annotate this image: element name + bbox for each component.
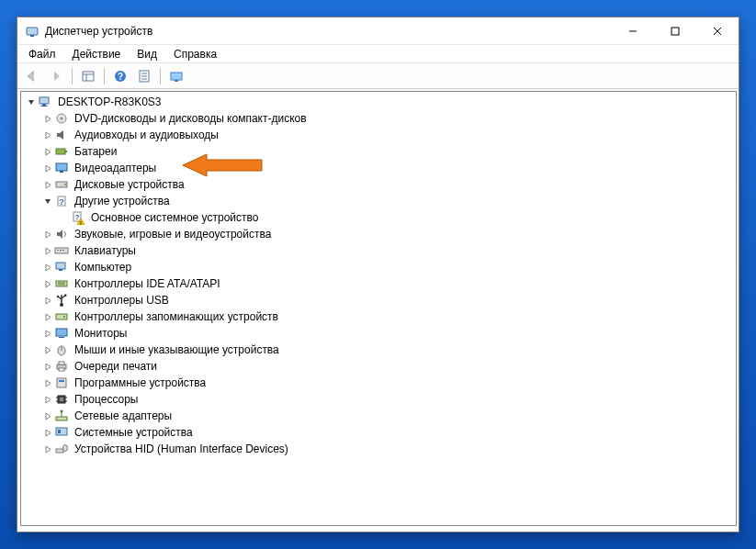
expand-icon[interactable]: [43, 230, 52, 239]
expand-icon[interactable]: [43, 263, 52, 272]
tree-node-label: Сетевые адаптеры: [73, 408, 174, 424]
expand-icon[interactable]: [43, 428, 52, 437]
expand-icon[interactable]: [43, 279, 52, 288]
tree-category-15[interactable]: Программные устройства: [21, 375, 736, 391]
expand-icon[interactable]: [43, 130, 52, 140]
tree-category-17[interactable]: Сетевые адаптеры: [21, 408, 736, 424]
expand-icon[interactable]: [43, 378, 52, 387]
svg-point-27: [64, 184, 66, 185]
tree-category-19[interactable]: Устройства HID (Human Interface Devices): [21, 441, 736, 457]
svg-rect-35: [57, 250, 59, 251]
usb-icon: [54, 293, 69, 308]
tree-category-3[interactable]: Видеоадаптеры: [21, 160, 736, 176]
tree-node-label: Мыши и иные указывающие устройства: [73, 342, 281, 358]
tree-category-12[interactable]: Мониторы: [21, 325, 736, 342]
battery-icon: [54, 144, 69, 159]
menu-view[interactable]: Вид: [130, 47, 164, 62]
cpu-icon: [54, 392, 69, 407]
menu-help[interactable]: Справка: [166, 47, 224, 62]
tree-category-0[interactable]: DVD-дисководы и дисководы компакт-дисков: [21, 110, 736, 127]
device-tree-container[interactable]: DESKTOP-R83K0S3DVD-дисководы и дисководы…: [20, 91, 737, 526]
tree-category-8[interactable]: Компьютер: [21, 259, 736, 275]
svg-rect-0: [27, 28, 38, 35]
expand-icon[interactable]: [43, 362, 52, 371]
toolbar-scan-button[interactable]: [165, 66, 187, 86]
svg-rect-61: [60, 398, 63, 401]
tree-node-label: Компьютер: [73, 259, 133, 275]
svg-text:?: ?: [59, 197, 64, 207]
svg-rect-57: [59, 368, 64, 371]
close-button[interactable]: [696, 17, 739, 44]
toolbar-separator: [104, 68, 105, 84]
svg-rect-69: [56, 428, 67, 435]
svg-rect-18: [42, 104, 46, 106]
tree-category-9[interactable]: Контроллеры IDE ATA/ATAPI: [21, 275, 736, 292]
minimize-button[interactable]: [612, 17, 654, 44]
expand-icon[interactable]: [43, 180, 52, 189]
tree-category-1[interactable]: Аудиовходы и аудиовыходы: [21, 127, 736, 143]
sound-icon: [54, 227, 69, 241]
tree-node-label: Дисковые устройства: [73, 176, 186, 193]
svg-rect-6: [83, 72, 94, 81]
svg-rect-16: [175, 80, 178, 82]
toolbar-help-button[interactable]: ?: [109, 66, 131, 86]
toolbar-properties-button[interactable]: [133, 66, 155, 86]
svg-text:?: ?: [118, 72, 123, 82]
tree-category-11[interactable]: Контроллеры запоминающих устройств: [21, 308, 736, 325]
collapse-icon[interactable]: [27, 97, 36, 106]
expand-icon[interactable]: [43, 114, 52, 123]
tree-node-label: Видеоадаптеры: [73, 160, 158, 176]
svg-rect-66: [56, 417, 67, 420]
tree-category-13[interactable]: Мыши и иные указывающие устройства: [21, 342, 736, 358]
tree-category-7[interactable]: Клавиатуры: [21, 242, 736, 259]
expand-icon[interactable]: [43, 296, 52, 305]
device-tree: DESKTOP-R83K0S3DVD-дисководы и дисководы…: [21, 92, 736, 459]
svg-point-47: [57, 296, 59, 297]
svg-point-72: [63, 445, 68, 452]
tree-category-5[interactable]: ?Другие устройства: [21, 193, 736, 209]
maximize-button[interactable]: [654, 17, 696, 44]
expand-icon[interactable]: [43, 163, 52, 173]
expand-icon[interactable]: [43, 147, 52, 156]
toolbar-show-hidden-button[interactable]: [77, 66, 99, 86]
expand-icon[interactable]: [43, 329, 52, 338]
tree-node-label: Мониторы: [73, 325, 129, 342]
svg-rect-52: [59, 337, 64, 338]
menu-action[interactable]: Действие: [65, 47, 129, 62]
menu-file[interactable]: Файл: [21, 47, 63, 62]
svg-rect-22: [56, 149, 65, 154]
tree-root[interactable]: DESKTOP-R83K0S3: [21, 94, 736, 110]
expand-icon[interactable]: [43, 345, 52, 354]
tree-category-16[interactable]: Процессоры: [21, 391, 736, 408]
toolbar: ?: [17, 63, 739, 89]
svg-rect-40: [56, 281, 67, 286]
svg-rect-15: [171, 73, 182, 80]
svg-rect-36: [60, 250, 62, 251]
tree-node-label: Контроллеры USB: [73, 292, 171, 308]
tree-category-10[interactable]: Контроллеры USB: [21, 292, 736, 308]
expand-icon[interactable]: [43, 444, 52, 454]
tree-category-14[interactable]: Очереди печати: [21, 358, 736, 375]
expand-icon[interactable]: [43, 312, 52, 321]
svg-rect-58: [57, 378, 66, 387]
tree-category-18[interactable]: Системные устройства: [21, 424, 736, 441]
titlebar: Диспетчер устройств: [17, 17, 739, 45]
tree-node-label: Процессоры: [73, 391, 141, 408]
expand-icon[interactable]: [43, 411, 52, 420]
tree-category-4[interactable]: Дисковые устройства: [21, 176, 736, 193]
expand-icon[interactable]: [43, 246, 52, 255]
svg-rect-24: [56, 163, 67, 171]
expand-icon[interactable]: [43, 395, 52, 404]
ide-icon: [54, 276, 69, 291]
tree-category-6[interactable]: Звуковые, игровые и видеоустройства: [21, 226, 736, 242]
tree-category-2[interactable]: Батареи: [21, 143, 736, 160]
printer-icon: [54, 359, 69, 374]
svg-text:!: !: [80, 220, 82, 226]
svg-rect-19: [40, 106, 48, 106]
tree-node-label: Устройства HID (Human Interface Devices): [73, 441, 290, 457]
collapse-icon[interactable]: [43, 196, 52, 206]
drive-icon: [54, 177, 69, 192]
toolbar-forward-button[interactable]: [45, 66, 67, 86]
toolbar-back-button[interactable]: [21, 66, 43, 86]
tree-device-5-0[interactable]: ?!Основное системное устройство: [21, 209, 736, 226]
